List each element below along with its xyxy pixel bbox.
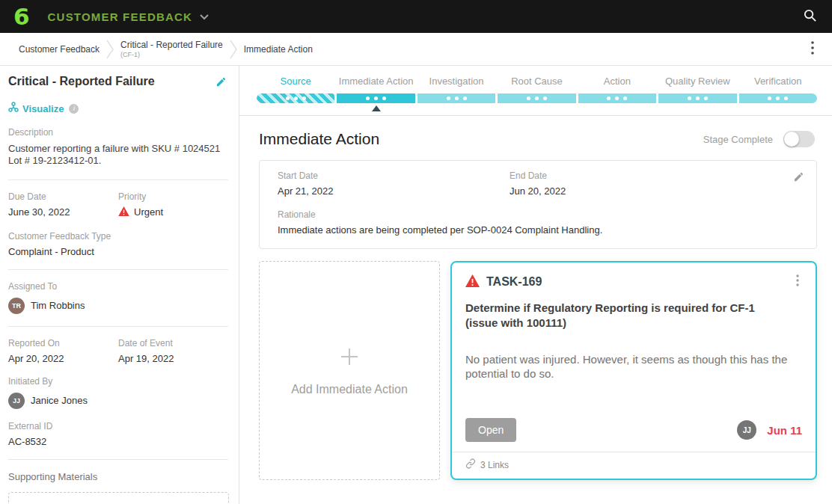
stage-quality-review[interactable]: Quality Review — [658, 76, 736, 111]
warning-triangle-icon — [465, 274, 480, 290]
stage-bar-root-cause[interactable] — [498, 93, 575, 103]
visualize-link[interactable]: Visualize — [8, 102, 228, 115]
priority-value: Urgent — [134, 206, 163, 218]
stage-dot — [527, 96, 530, 100]
add-immediate-action-label: Add Immediate Action — [291, 383, 408, 396]
stage-dot — [294, 96, 298, 100]
stage-dot — [535, 96, 539, 100]
visualize-icon — [8, 102, 19, 115]
main-panel: Source Immediate Action Investigation — [239, 66, 832, 504]
task-assignee-avatar[interactable]: JJ — [737, 420, 756, 440]
breadcrumb-item-record[interactable]: Critical - Reported Failure (CF-1) — [120, 40, 223, 58]
end-date-value: Jun 20, 2022 — [510, 185, 741, 197]
task-due-date[interactable]: Jun 11 — [767, 424, 802, 437]
record-title: Critical - Reported Failure — [8, 75, 155, 88]
stage-immediate-action[interactable]: Immediate Action — [337, 76, 415, 111]
module-title: CUSTOMER FEEDBACK — [48, 10, 192, 23]
module-switcher[interactable]: CUSTOMER FEEDBACK — [48, 10, 209, 23]
stage-bar-verification[interactable] — [739, 93, 817, 103]
external-id-value: AC-8532 — [8, 436, 228, 447]
stage-action[interactable]: Action — [578, 76, 656, 111]
stage-verification[interactable]: Verification — [739, 76, 817, 111]
search-icon[interactable] — [801, 7, 819, 27]
due-date-value: June 30, 2022 — [8, 206, 118, 218]
page-kebab-menu-icon[interactable] — [807, 38, 819, 61]
breadcrumb-item-immediate-action[interactable]: Immediate Action — [244, 44, 313, 55]
stage-dot — [768, 96, 771, 100]
divider — [8, 179, 228, 180]
task-kebab-menu-icon[interactable] — [793, 273, 802, 291]
stage-source[interactable]: Source — [257, 76, 334, 111]
stage-investigation[interactable]: Investigation — [417, 76, 495, 111]
due-date-label: Due Date — [8, 191, 118, 202]
start-date-label: Start Date — [278, 170, 510, 181]
rationale-value: Immediate actions are being completed pe… — [278, 224, 798, 236]
supporting-materials-dropzone[interactable] — [8, 492, 229, 504]
initiated-by-name: Janice Jones — [31, 395, 88, 406]
reported-on-value: Apr 20, 2022 — [8, 353, 118, 364]
stage-bar-immediate-action[interactable] — [337, 93, 415, 103]
edit-record-title-icon[interactable] — [214, 75, 228, 92]
brand-logo[interactable]: 6 — [13, 0, 30, 33]
date-of-event-label: Date of Event — [118, 338, 228, 348]
stage-dot — [374, 96, 378, 100]
stage-dot — [366, 96, 370, 100]
task-description: No patient was injured. However, it seem… — [465, 352, 802, 381]
stage-dot — [704, 96, 708, 100]
external-id-label: External ID — [8, 421, 228, 431]
assigned-to-name: Tim Robbins — [31, 300, 85, 311]
start-date-value: Apr 21, 2022 — [278, 185, 510, 197]
divider — [8, 326, 228, 327]
stage-root-cause[interactable]: Root Cause — [498, 76, 575, 111]
stage-complete-toggle[interactable] — [783, 131, 815, 147]
plus-icon — [338, 345, 361, 371]
avatar: JJ — [8, 393, 25, 409]
stage-stepper: Source Immediate Action Investigation — [239, 73, 832, 111]
stage-dot — [776, 96, 780, 100]
avatar: TR — [8, 298, 25, 314]
stage-details-card: Start Date Apr 21, 2022 End Date Jun 20,… — [259, 160, 817, 249]
breadcrumb-chevron-icon — [106, 40, 114, 59]
add-immediate-action-button[interactable]: Add Immediate Action — [259, 261, 440, 480]
task-links-count: 3 Links — [480, 460, 509, 470]
chevron-down-icon — [200, 10, 209, 23]
stage-dot — [615, 96, 619, 100]
stage-bar-action[interactable] — [578, 93, 656, 103]
current-stage-caret-icon — [372, 105, 381, 111]
stage-dot — [688, 96, 691, 100]
description-text: Customer reporting a failure with SKU # … — [8, 143, 233, 168]
stage-dot — [623, 96, 627, 100]
date-of-event-value: Apr 19, 2022 — [118, 353, 228, 364]
initiated-by-person[interactable]: JJ Janice Jones — [8, 393, 228, 409]
reported-on-label: Reported On — [8, 338, 118, 348]
stage-bar-quality-review[interactable] — [658, 93, 736, 103]
task-links-row[interactable]: 3 Links — [452, 452, 816, 479]
stage-dot — [607, 96, 611, 100]
warning-triangle-icon — [118, 206, 129, 219]
stage-dot — [382, 96, 386, 100]
page-title: Immediate Action — [259, 130, 379, 148]
initiated-by-label: Initiated By — [8, 376, 228, 387]
edit-stage-details-icon[interactable] — [792, 170, 806, 187]
assigned-to-person[interactable]: TR Tim Robbins — [8, 298, 228, 314]
stage-dot — [455, 96, 459, 100]
stage-dot — [302, 96, 306, 100]
assigned-to-label: Assigned To — [8, 281, 228, 292]
info-icon[interactable] — [69, 104, 79, 114]
description-label: Description — [8, 127, 228, 138]
priority-label: Priority — [118, 191, 228, 202]
record-id: (CF-1) — [120, 51, 223, 58]
task-card[interactable]: TASK-169 Determine if Regulatory Reporti… — [450, 261, 817, 480]
end-date-label: End Date — [510, 170, 741, 181]
task-status-button[interactable]: Open — [465, 418, 516, 442]
stage-complete-label: Stage Complete — [703, 134, 773, 145]
stage-bar-investigation[interactable] — [417, 93, 495, 103]
divider — [8, 459, 228, 460]
toggle-knob — [784, 132, 799, 147]
task-id[interactable]: TASK-169 — [486, 275, 542, 289]
stage-dot — [543, 96, 547, 100]
stage-bar-source[interactable] — [257, 93, 334, 103]
breadcrumb-item-customer-feedback[interactable]: Customer Feedback — [19, 44, 100, 55]
task-title: Determine if Regulatory Reporting is req… — [465, 301, 787, 331]
stage-dot — [463, 96, 467, 100]
